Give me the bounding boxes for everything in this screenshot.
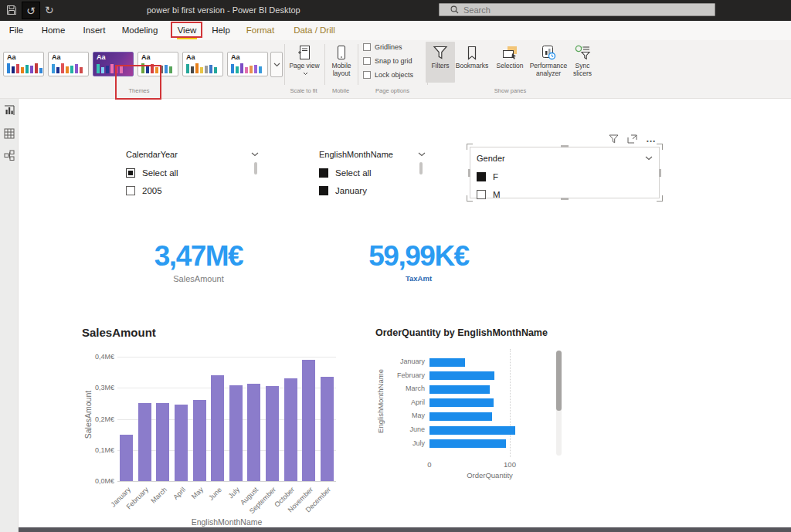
sync-slicers-button[interactable]: Sync slicers	[566, 42, 599, 77]
bar-january[interactable]	[120, 435, 133, 481]
bar-december[interactable]	[321, 377, 334, 481]
tab-home[interactable]: Home	[37, 21, 70, 40]
slicer-englishmonthname[interactable]: EnglishMonthNameSelect allJanuary	[319, 148, 426, 198]
bar-september[interactable]	[266, 386, 279, 481]
slicer-item-label[interactable]: M	[493, 190, 501, 199]
slicer-checkbox-indeterminate[interactable]	[126, 168, 135, 178]
scrollbar-thumb[interactable]	[556, 351, 562, 411]
tab-data-drill[interactable]: Data / Drill	[286, 21, 343, 40]
theme-thumbnail-1[interactable]: Aa	[3, 52, 44, 76]
bar-may[interactable]	[429, 412, 492, 421]
theme-thumbnail-2[interactable]: Aa	[48, 52, 89, 76]
slicer-item-select-all[interactable]: Select all	[126, 164, 259, 181]
slicer-checkbox-checked[interactable]	[319, 168, 328, 178]
card-salesamount[interactable]: 3,47M€ SalesAmount	[130, 239, 267, 283]
resize-handle[interactable]	[657, 144, 663, 150]
report-view-icon[interactable]	[4, 105, 15, 116]
checkbox-gridlines[interactable]: Gridlines	[363, 43, 402, 51]
model-view-icon[interactable]	[4, 150, 15, 161]
bar-march[interactable]	[156, 403, 169, 481]
chevron-down-icon[interactable]	[251, 152, 259, 157]
slicer-item-label[interactable]: 2005	[142, 186, 162, 195]
checkbox-box[interactable]	[363, 57, 371, 65]
chevron-down-icon[interactable]	[645, 156, 653, 161]
bookmarks-pane-button[interactable]: Bookmarks	[452, 42, 492, 69]
slicer-checkbox-checked[interactable]	[319, 186, 328, 195]
search-input[interactable]	[463, 5, 680, 15]
tab-modeling[interactable]: Modeling	[117, 21, 162, 40]
chevron-down-icon[interactable]	[418, 152, 426, 157]
bar-june[interactable]	[211, 375, 224, 481]
more-options-icon[interactable]: …	[646, 135, 657, 143]
bar-april[interactable]	[429, 398, 494, 407]
tab-insert[interactable]: Insert	[77, 21, 111, 40]
slicer-calendaryear[interactable]: CalendarYearSelect all2005	[126, 148, 259, 198]
filters-pane-button[interactable]: Filters	[426, 42, 455, 83]
slicer-gender[interactable]: GenderFM	[470, 147, 660, 198]
resize-handle[interactable]	[561, 198, 569, 200]
chart-scrollbar[interactable]	[556, 351, 562, 456]
bar-june[interactable]	[429, 426, 515, 435]
resize-handle[interactable]	[561, 145, 569, 147]
tab-file[interactable]: File	[3, 21, 29, 40]
bar-february[interactable]	[138, 403, 151, 481]
themes-gallery-dropdown-button[interactable]	[270, 52, 283, 77]
slicer-item-2005[interactable]: 2005	[126, 181, 259, 199]
y-category-label: March	[379, 385, 425, 392]
bar-july[interactable]	[229, 385, 243, 481]
bar-january[interactable]	[429, 358, 465, 367]
resize-handle[interactable]	[467, 144, 473, 150]
checkbox-snap-to-grid[interactable]: Snap to grid	[363, 57, 412, 65]
undo-button[interactable]: ↺	[22, 2, 40, 19]
slicer-item-label[interactable]: January	[335, 186, 367, 195]
bar-march[interactable]	[429, 385, 490, 394]
slicer-checkbox-checked[interactable]	[477, 172, 486, 181]
search-box[interactable]	[439, 3, 715, 16]
checkbox-box[interactable]	[363, 71, 371, 79]
theme-thumbnail-4[interactable]: Aa	[137, 52, 178, 76]
bar-october[interactable]	[284, 378, 297, 481]
slicer-item-label[interactable]: Select all	[142, 168, 178, 178]
tab-view[interactable]: View	[172, 21, 202, 40]
theme-thumbnail-3[interactable]: Aa	[93, 52, 134, 76]
slicer-item-label[interactable]: F	[493, 172, 498, 181]
focus-mode-icon[interactable]	[627, 134, 637, 144]
bar-chart-orderquantity[interactable]: OrderQuantity by EnglishMonthName Englis…	[369, 327, 564, 482]
checkbox-lock-objects[interactable]: Lock objects	[363, 71, 413, 79]
theme-thumbnail-6[interactable]: Aa	[227, 52, 268, 76]
checkbox-box[interactable]	[363, 43, 371, 51]
tab-format[interactable]: Format	[241, 21, 280, 40]
slicer-checkbox-unchecked[interactable]	[477, 190, 486, 199]
bar-april[interactable]	[175, 405, 188, 481]
slicer-scrollbar[interactable]	[254, 162, 257, 175]
selection-pane-button[interactable]: Selection	[492, 42, 528, 69]
bar-july[interactable]	[429, 439, 506, 448]
bar-november[interactable]	[302, 360, 315, 481]
save-icon[interactable]	[6, 5, 17, 15]
slicer-item-m[interactable]: M	[477, 185, 653, 203]
column-chart-salesamount[interactable]: SalesAmount SalesAmount 0,0M€0,1M€0,2M€0…	[77, 323, 344, 530]
slicer-item-f[interactable]: F	[477, 168, 653, 185]
slicer-item-select-all[interactable]: Select all	[319, 164, 426, 181]
resize-handle[interactable]	[467, 195, 473, 202]
tab-help[interactable]: Help	[206, 21, 236, 40]
visual-filter-icon[interactable]	[609, 134, 619, 144]
slicer-item-label[interactable]: Select all	[335, 168, 372, 178]
redo-button[interactable]: ↻	[45, 2, 54, 19]
mobile-layout-button[interactable]: Mobile layout	[324, 42, 358, 77]
performance-analyzer-button[interactable]: Performance analyzer	[528, 42, 569, 77]
card-taxamt[interactable]: 59,99K€ TaxAmt	[349, 239, 488, 283]
slicer-checkbox-unchecked[interactable]	[126, 186, 135, 195]
resize-handle[interactable]	[468, 169, 470, 177]
bar-may[interactable]	[193, 400, 206, 481]
resize-handle[interactable]	[657, 195, 663, 202]
bar-february[interactable]	[429, 371, 494, 380]
slicer-item-january[interactable]: January	[319, 181, 426, 199]
theme-thumbnail-5[interactable]: Aa	[182, 52, 223, 76]
page-view-button[interactable]: Page view	[286, 42, 323, 77]
data-view-icon[interactable]	[4, 128, 15, 139]
bar-august[interactable]	[247, 384, 260, 481]
bottom-scrollbar[interactable]	[19, 527, 791, 532]
resize-handle[interactable]	[659, 169, 661, 177]
slicer-scrollbar[interactable]	[419, 162, 423, 175]
